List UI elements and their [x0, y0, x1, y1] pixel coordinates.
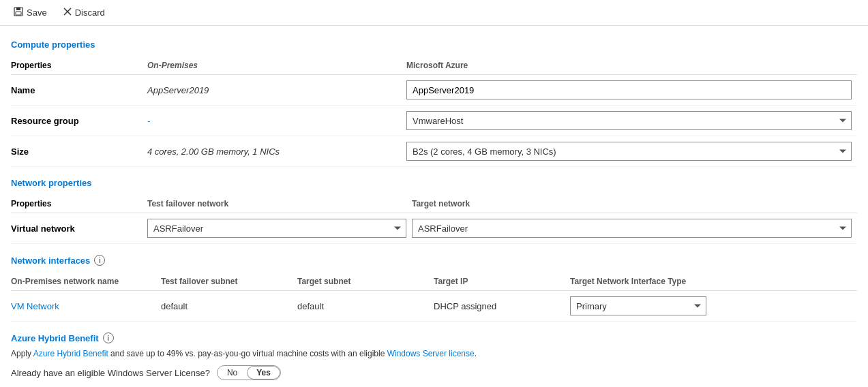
- row-azure-name: [406, 75, 857, 106]
- table-row: Size 4 cores, 2.00 GB memory, 1 NICs B2s…: [11, 136, 857, 167]
- ni-row-target-ip: DHCP assigned: [434, 291, 570, 322]
- size-select[interactable]: B2s (2 cores, 4 GB memory, 3 NICs): [406, 142, 852, 161]
- network-properties-table: Properties Test failover network Target …: [11, 195, 857, 244]
- row-test-failover-vnet: ASRFailover: [147, 213, 412, 244]
- compute-properties-table: Properties On-Premises Microsoft Azure N…: [11, 57, 857, 167]
- toggle-no-button[interactable]: No: [218, 366, 247, 380]
- row-onprem-size: 4 cores, 2.00 GB memory, 1 NICs: [147, 136, 406, 167]
- close-icon: [63, 7, 72, 18]
- table-row: VM Network default default DHCP assigned…: [11, 291, 857, 322]
- row-azure-size: B2s (2 cores, 4 GB memory, 3 NICs): [406, 136, 857, 167]
- vm-network-link[interactable]: VM Network: [11, 301, 59, 311]
- test-failover-network-select[interactable]: ASRFailover: [147, 219, 406, 238]
- network-interfaces-table: On-Premises network name Test failover s…: [11, 273, 857, 322]
- col-header-properties: Properties: [11, 57, 147, 75]
- ni-col-header-on-prem: On-Premises network name: [11, 273, 161, 291]
- ni-row-on-prem-name: VM Network: [11, 291, 161, 322]
- row-target-vnet: ASRFailover: [412, 213, 857, 244]
- windows-server-link[interactable]: Windows Server license: [387, 349, 475, 358]
- net-col-header-properties: Properties: [11, 195, 147, 213]
- col-header-microsoft-azure: Microsoft Azure: [406, 57, 857, 75]
- save-button[interactable]: Save: [11, 5, 50, 20]
- info-icon[interactable]: i: [94, 255, 105, 266]
- ni-col-header-target-ip: Target IP: [434, 273, 570, 291]
- discard-button[interactable]: Discard: [61, 6, 108, 19]
- row-label-virtual-network: Virtual network: [11, 213, 147, 244]
- svg-rect-1: [16, 7, 20, 10]
- row-onprem-resource-group: -: [147, 106, 406, 136]
- compute-properties-title: Compute properties: [11, 40, 857, 50]
- hybrid-info-icon[interactable]: i: [103, 332, 114, 343]
- hybrid-benefit-link[interactable]: Azure Hybrid Benefit: [33, 349, 108, 358]
- row-label-size: Size: [11, 136, 147, 167]
- ni-row-target-subnet: default: [297, 291, 434, 322]
- license-toggle[interactable]: No Yes: [217, 365, 281, 380]
- license-question-row: Already have an eligible Windows Server …: [11, 365, 857, 380]
- network-interfaces-section: Network interfaces i On-Premises network…: [11, 255, 857, 322]
- network-properties-title: Network properties: [11, 178, 857, 188]
- ni-type-select[interactable]: Primary: [570, 296, 706, 315]
- col-header-on-premises: On-Premises: [147, 57, 406, 75]
- discard-label: Discard: [75, 7, 105, 18]
- toolbar: Save Discard: [0, 0, 868, 26]
- resource-group-select[interactable]: VmwareHost: [406, 111, 852, 130]
- save-icon: [14, 7, 23, 18]
- hybrid-benefit-description: Apply Azure Hybrid Benefit and save up t…: [11, 347, 857, 360]
- name-input[interactable]: [406, 80, 852, 99]
- row-azure-resource-group: VmwareHost: [406, 106, 857, 136]
- ni-col-header-ni-type: Target Network Interface Type: [570, 273, 857, 291]
- net-col-header-target: Target network: [412, 195, 857, 213]
- table-row: Virtual network ASRFailover ASRFailover: [11, 213, 857, 244]
- hybrid-benefit-title: Azure Hybrid Benefit i: [11, 332, 857, 343]
- ni-row-ni-type: Primary: [570, 291, 857, 322]
- network-interfaces-title: Network interfaces: [11, 256, 90, 266]
- svg-rect-2: [16, 12, 21, 15]
- row-label-resource-group: Resource group: [11, 106, 147, 136]
- row-onprem-name: AppServer2019: [147, 75, 406, 106]
- compute-properties-section: Compute properties Properties On-Premise…: [11, 40, 857, 167]
- net-col-header-test-failover: Test failover network: [147, 195, 412, 213]
- table-row: Resource group - VmwareHost: [11, 106, 857, 136]
- ni-row-test-subnet: default: [161, 291, 297, 322]
- target-network-select[interactable]: ASRFailover: [412, 219, 852, 238]
- row-label-name: Name: [11, 75, 147, 106]
- network-properties-section: Network properties Properties Test failo…: [11, 178, 857, 244]
- table-row: Name AppServer2019: [11, 75, 857, 106]
- license-question-text: Already have an eligible Windows Server …: [11, 368, 210, 378]
- ni-col-header-test-subnet: Test failover subnet: [161, 273, 297, 291]
- save-label: Save: [27, 7, 47, 18]
- ni-col-header-target-subnet: Target subnet: [297, 273, 434, 291]
- azure-hybrid-benefit-section: Azure Hybrid Benefit i Apply Azure Hybri…: [11, 332, 857, 380]
- toggle-yes-button[interactable]: Yes: [247, 366, 280, 380]
